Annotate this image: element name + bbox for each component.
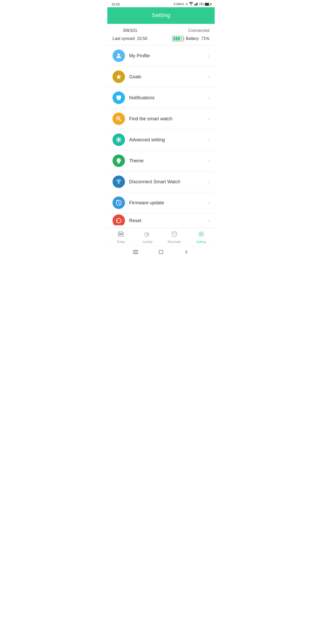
nav-reminder[interactable]: Reminder [161,228,188,246]
firmware-icon [113,197,125,209]
battery-seg-4 [180,37,182,40]
nav-setting[interactable]: Setting [188,228,215,246]
svg-rect-23 [120,234,121,235]
notifications-label: Notifications [129,95,208,101]
theme-chevron: › [208,158,209,164]
menu-item-theme[interactable]: Theme › [107,150,215,171]
nav-activity[interactable]: Activity [134,228,161,246]
page-header: Setting [107,7,215,24]
find-watch-label: Find the smart watch [129,116,208,122]
svg-point-5 [117,97,118,97]
theme-label: Theme [129,158,208,164]
android-navigation-bar [107,246,215,257]
advanced-setting-chevron: › [208,137,209,143]
status-bar: 15:50 0.94K/s ✦ HD [107,0,215,7]
menu-item-reset[interactable]: Reset › [107,213,215,228]
svg-point-6 [118,97,119,97]
svg-point-12 [118,139,120,141]
setting-nav-icon [198,231,205,239]
hd-label: HD [199,2,204,6]
android-back-button[interactable] [183,249,190,255]
activity-icon [144,231,151,239]
wifi-icon [189,2,193,6]
advanced-setting-label: Advanced setting [129,137,208,143]
last-synced-label: Last synced 15:50 [113,36,147,41]
svg-rect-2 [196,3,197,5]
disconnect-icon [113,176,125,188]
menu-item-goals[interactable]: Goals › [107,66,215,87]
menu-item-notifications[interactable]: Notifications › [107,87,215,108]
firmware-label: Firmware update [129,200,208,206]
reminder-icon [171,231,178,239]
theme-icon [113,155,125,167]
battery-info: Battery 71% [172,36,209,41]
disconnect-chevron: › [208,179,209,185]
my-profile-icon [113,50,125,62]
battery-seg-3 [178,37,180,40]
svg-point-4 [118,53,120,56]
bottom-navigation: Today Activity Reminder [107,228,215,246]
menu-item-my-profile[interactable]: My Profile › [107,45,215,66]
status-right: 0.94K/s ✦ HD [174,2,211,6]
device-info-section: SW101 Connected Last synced 15:50 Batter… [107,24,215,45]
reset-icon [113,214,125,227]
activity-label: Activity [143,240,152,244]
device-bottom-row: Last synced 15:50 Battery 71% [113,36,209,41]
menu-item-find-watch[interactable]: Find the smart watch › [107,108,215,129]
nav-today[interactable]: Today [107,228,134,246]
battery-segments [173,37,182,40]
network-speed: 0.94K/s [174,2,184,6]
svg-point-7 [120,97,120,97]
android-home-button[interactable] [158,249,164,255]
my-profile-label: My Profile [129,53,208,59]
settings-menu-list: My Profile › Goals › Notifications › [107,45,215,228]
reset-chevron: › [208,218,209,223]
battery-icon-device [172,36,184,41]
svg-rect-22 [119,234,120,235]
android-menu-button[interactable] [132,249,139,255]
battery-percent-label: Battery 71% [186,36,209,41]
today-label: Today [117,240,125,244]
svg-rect-3 [197,2,197,5]
device-name: SW101 [123,28,137,33]
battery-seg-2 [176,37,178,40]
svg-point-32 [199,232,203,236]
header-title: Setting [152,12,170,18]
svg-point-31 [200,233,202,235]
advanced-setting-icon [113,134,125,146]
reset-label: Reset [129,218,208,223]
notifications-chevron: › [208,95,209,101]
notifications-icon [113,92,125,104]
menu-item-firmware[interactable]: Firmware update › [107,192,215,213]
status-battery-icon [205,3,211,6]
device-top-row: SW101 Connected [113,28,209,33]
disconnect-label: Disconnect Smart Watch [129,179,208,185]
svg-point-16 [118,183,119,184]
status-time: 15:50 [111,2,120,6]
find-watch-icon [113,113,125,125]
svg-line-9 [120,120,121,121]
svg-rect-1 [195,4,195,5]
today-icon [117,231,124,239]
goals-icon [113,71,125,83]
svg-rect-24 [122,234,122,235]
my-profile-chevron: › [208,53,209,59]
svg-line-28 [174,234,175,235]
menu-item-disconnect[interactable]: Disconnect Smart Watch › [107,171,215,192]
svg-rect-0 [194,4,195,5]
reminder-label: Reminder [168,240,181,244]
firmware-chevron: › [208,200,209,206]
battery-seg-1 [173,37,175,40]
menu-item-advanced-setting[interactable]: Advanced setting › [107,129,215,150]
signal-icon [194,2,198,6]
bluetooth-icon: ✦ [185,2,188,6]
svg-rect-36 [159,250,163,254]
goals-chevron: › [208,74,209,80]
device-connection-status: Connected [188,28,209,33]
find-watch-chevron: › [208,116,209,122]
setting-nav-label: Setting [197,240,206,244]
goals-label: Goals [129,74,208,80]
